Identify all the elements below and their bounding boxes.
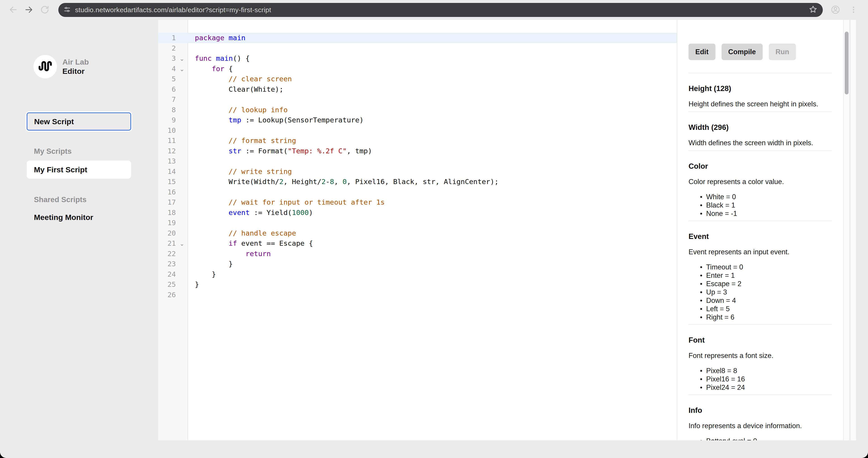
code-line[interactable]: 21⌄ if event == Escape {	[158, 238, 677, 249]
section-heading: Font	[688, 336, 832, 345]
section-divider	[688, 395, 832, 395]
code-line[interactable]: 2	[158, 43, 677, 54]
new-script-button[interactable]: New Script	[27, 112, 131, 131]
code-line[interactable]: 5 // clear screen	[158, 74, 677, 84]
code-line[interactable]: 10	[158, 125, 677, 136]
code-line[interactable]: 14 // write string	[158, 166, 677, 177]
section-heading: Height (128)	[688, 84, 832, 93]
gutter-cell: 3⌄	[158, 53, 188, 64]
code-line[interactable]: 23 }	[158, 259, 677, 269]
line-number: 18	[158, 207, 176, 218]
section-heading: Color	[688, 162, 832, 171]
forward-button[interactable]	[23, 4, 35, 16]
code-line[interactable]: 4⌄ for {	[158, 64, 677, 74]
gutter-cell: 7	[158, 94, 188, 105]
back-button[interactable]	[7, 4, 20, 16]
doc-section-height: Height (128)Height defines the screen he…	[688, 73, 832, 109]
site-settings-icon[interactable]	[63, 6, 71, 14]
gutter-cell: 13	[158, 156, 188, 166]
url-text: studio.networkedartifacts.com/airlab/edi…	[75, 6, 804, 14]
code-line[interactable]: 25}	[158, 280, 677, 290]
back-arrow-icon	[8, 5, 18, 15]
code-line[interactable]: 18 event := Yield(1000)	[158, 207, 677, 218]
url-bar[interactable]: studio.networkedartifacts.com/airlab/edi…	[58, 3, 823, 17]
browser-window: studio.networkedartifacts.com/airlab/edi…	[0, 0, 868, 458]
enum-item: Right = 6	[706, 313, 832, 321]
fold-spacer	[176, 249, 188, 259]
code-line[interactable]: 11 // format string	[158, 135, 677, 146]
fold-spacer	[176, 156, 188, 166]
fold-toggle-icon[interactable]: ⌄	[176, 238, 188, 249]
code-line[interactable]: 12 str := Format("Temp: %.2f C", tmp)	[158, 146, 677, 156]
code-line[interactable]: 20 // handle escape	[158, 228, 677, 238]
code-line[interactable]: 22 return	[158, 249, 677, 259]
gutter-cell: 23	[158, 259, 188, 269]
code-line[interactable]: 1package main	[158, 33, 677, 43]
bookmark-star-icon[interactable]	[808, 5, 818, 15]
fold-toggle-icon[interactable]: ⌄	[176, 53, 188, 64]
gutter-cell: 11	[158, 135, 188, 146]
reload-button[interactable]	[38, 4, 51, 16]
code-line[interactable]: 6 Clear(White);	[158, 84, 677, 95]
gutter-cell: 2	[158, 43, 188, 54]
fold-spacer	[176, 290, 188, 300]
docs-panel: EditCompileRun Height (128)Height define…	[677, 20, 843, 440]
reload-icon	[40, 5, 50, 15]
code-text	[188, 187, 195, 197]
run-button[interactable]: Run	[769, 43, 796, 60]
gutter-cell: 18	[158, 207, 188, 218]
doc-section-color: ColorColor represents a color value.Whit…	[688, 151, 832, 218]
code-line[interactable]: 13	[158, 156, 677, 166]
enum-list: Pixel8 = 8Pixel16 = 16Pixel24 = 24	[688, 366, 832, 392]
section-divider	[688, 73, 832, 73]
line-number: 8	[158, 105, 176, 115]
forward-arrow-icon	[24, 5, 34, 15]
section-body: Info represents a device information.	[688, 421, 832, 430]
code-line[interactable]: 19	[158, 218, 677, 228]
line-number: 7	[158, 94, 176, 105]
code-line[interactable]: 8 // lookup info	[158, 105, 677, 115]
code-editor[interactable]: 1package main23⌄func main() {4⌄ for {5 /…	[158, 20, 677, 440]
fold-spacer	[176, 218, 188, 228]
section-body: Font represents a font size.	[688, 351, 832, 360]
panel-scrollbar-track[interactable]	[844, 20, 849, 440]
fold-toggle-icon[interactable]: ⌄	[176, 64, 188, 74]
code-line[interactable]: 3⌄func main() {	[158, 53, 677, 64]
app-subtitle: Editor	[62, 67, 89, 76]
waveform-icon	[38, 60, 52, 73]
line-number: 15	[158, 176, 176, 187]
page-scrollbar-track[interactable]	[850, 20, 856, 440]
section-heading: Width (296)	[688, 123, 832, 132]
code-line[interactable]: 16	[158, 187, 677, 197]
gutter-cell: 12	[158, 146, 188, 156]
fold-spacer	[176, 74, 188, 84]
fold-spacer	[176, 94, 188, 105]
section-divider	[688, 221, 832, 221]
section-body: Width defines the screen width in pixels…	[688, 138, 832, 148]
app-logo	[33, 55, 57, 78]
browser-menu-button[interactable]	[847, 4, 860, 16]
code-line[interactable]: 9 tmp := Lookup(SensorTemperature)	[158, 115, 677, 125]
compile-button[interactable]: Compile	[721, 43, 763, 60]
section-body: Event represents an input event.	[688, 248, 832, 257]
code-text: Clear(White);	[188, 84, 283, 95]
panel-scrollbar-thumb[interactable]	[845, 32, 848, 94]
code-text: // handle escape	[188, 228, 296, 238]
code-line[interactable]: 15 Write(Width/2, Height/2-8, 0, Pixel16…	[158, 176, 677, 187]
code-line[interactable]: 24 }	[158, 269, 677, 280]
line-number: 1	[158, 33, 176, 43]
code-text: func main() {	[188, 53, 250, 64]
profile-button[interactable]	[829, 4, 842, 16]
edit-button[interactable]: Edit	[688, 43, 715, 60]
code-line[interactable]: 26	[158, 290, 677, 300]
code-text: // format string	[188, 135, 296, 146]
fold-spacer	[176, 259, 188, 269]
code-line[interactable]: 7	[158, 94, 677, 105]
gutter-cell: 8	[158, 105, 188, 115]
line-number: 23	[158, 259, 176, 269]
code-line[interactable]: 17 // wait for input or timeout after 1s	[158, 197, 677, 207]
sidebar-item-meeting-monitor[interactable]: Meeting Monitor	[34, 213, 93, 222]
line-number: 12	[158, 146, 176, 156]
enum-item: Left = 5	[706, 305, 832, 313]
sidebar-item-my-first-script[interactable]: My First Script	[27, 161, 131, 178]
